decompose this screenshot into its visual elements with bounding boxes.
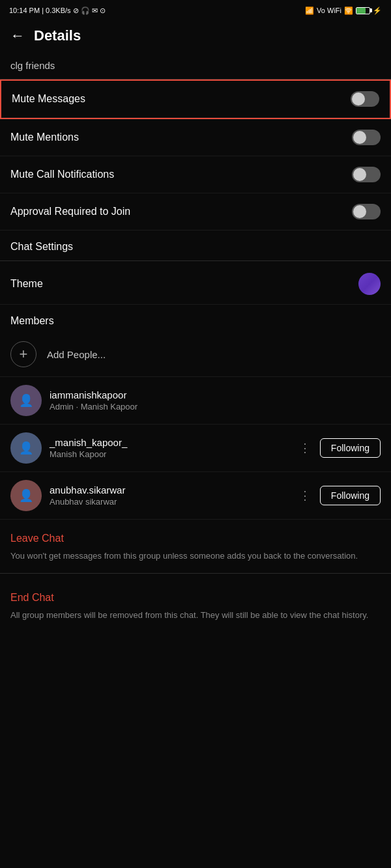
- mute-messages-section: Mute Messages: [0, 79, 391, 119]
- members-header: Members: [0, 305, 391, 332]
- carrier-label: Vo WiFi: [317, 7, 341, 14]
- page-title: Details: [34, 27, 81, 44]
- approval-required-toggle[interactable]: [352, 204, 381, 219]
- member-row: 👤 anubhav.sikarwar Anubhav sikarwar ⋮ Fo…: [0, 472, 391, 520]
- end-chat-description: All group members will be removed from t…: [10, 609, 381, 622]
- avatar: 👤: [10, 432, 42, 464]
- back-button[interactable]: ←: [10, 27, 25, 44]
- member-info: iammanishkapoor Admin · Manish Kapoor: [50, 389, 381, 412]
- member-actions: ⋮ Following: [297, 438, 381, 458]
- avatar: 👤: [10, 385, 42, 416]
- leave-chat-section: Leave Chat You won't get messages from t…: [0, 520, 391, 568]
- member-username: _manish_kapoor_: [50, 437, 289, 448]
- theme-row: Theme: [0, 264, 391, 305]
- following-button[interactable]: Following: [320, 486, 381, 505]
- member-row: 👤 _manish_kapoor_ Manish Kapoor ⋮ Follow…: [0, 425, 391, 472]
- member-username: iammanishkapoor: [50, 389, 381, 400]
- status-time-network: 10:14 PM | 0.3KB/s ⊘ 🎧 ✉ ⊙: [9, 7, 106, 15]
- member-info: anubhav.sikarwar Anubhav sikarwar: [50, 484, 289, 507]
- divider-chat-settings: [0, 260, 391, 261]
- member-info: _manish_kapoor_ Manish Kapoor: [50, 437, 289, 459]
- add-people-row[interactable]: + Add People...: [0, 332, 391, 377]
- wifi-icon: 🛜: [344, 7, 353, 15]
- battery-icon: [356, 7, 370, 14]
- member-username: anubhav.sikarwar: [50, 484, 289, 496]
- status-icons: 📶 Vo WiFi 🛜 ⚡: [305, 7, 382, 15]
- theme-color-circle[interactable]: [358, 273, 381, 295]
- status-bar: 10:14 PM | 0.3KB/s ⊘ 🎧 ✉ ⊙ 📶 Vo WiFi 🛜 ⚡: [0, 0, 391, 21]
- group-name: clg friends: [0, 55, 391, 79]
- mute-calls-toggle[interactable]: [352, 167, 381, 182]
- approval-required-label: Approval Required to Join: [10, 206, 130, 217]
- member-role-name: Admin · Manish Kapoor: [50, 402, 381, 412]
- member-row: 👤 iammanishkapoor Admin · Manish Kapoor: [0, 377, 391, 425]
- mute-messages-toggle[interactable]: [351, 91, 379, 107]
- approval-required-row: Approval Required to Join: [0, 193, 391, 231]
- chat-settings-header: Chat Settings: [0, 231, 391, 258]
- mute-mentions-toggle[interactable]: [352, 130, 381, 145]
- leave-chat-description: You won't get messages from this group u…: [10, 550, 381, 563]
- following-button[interactable]: Following: [320, 438, 381, 458]
- charging-icon: ⚡: [373, 7, 382, 15]
- leave-chat-button[interactable]: Leave Chat: [10, 533, 381, 544]
- avatar: 👤: [10, 480, 42, 511]
- mute-messages-row: Mute Messages: [1, 81, 390, 118]
- more-options-icon[interactable]: ⋮: [297, 438, 313, 458]
- add-people-label: Add People...: [47, 349, 106, 360]
- add-people-icon: +: [10, 341, 36, 367]
- mute-mentions-label: Mute Mentions: [10, 132, 79, 143]
- mute-mentions-row: Mute Mentions: [0, 119, 391, 156]
- mute-calls-row: Mute Call Notifications: [0, 156, 391, 193]
- divider-leave-end: [0, 573, 391, 574]
- member-actions: ⋮ Following: [297, 486, 381, 505]
- mute-calls-label: Mute Call Notifications: [10, 169, 114, 180]
- end-chat-section: End Chat All group members will be remov…: [0, 579, 391, 627]
- end-chat-button[interactable]: End Chat: [10, 592, 381, 604]
- member-display-name: Manish Kapoor: [50, 449, 289, 459]
- more-options-icon[interactable]: ⋮: [297, 486, 313, 505]
- theme-label: Theme: [10, 278, 43, 290]
- signal-icon: 📶: [305, 7, 314, 15]
- mute-messages-label: Mute Messages: [12, 93, 85, 105]
- header: ← Details: [0, 21, 391, 55]
- member-display-name: Anubhav sikarwar: [50, 497, 289, 507]
